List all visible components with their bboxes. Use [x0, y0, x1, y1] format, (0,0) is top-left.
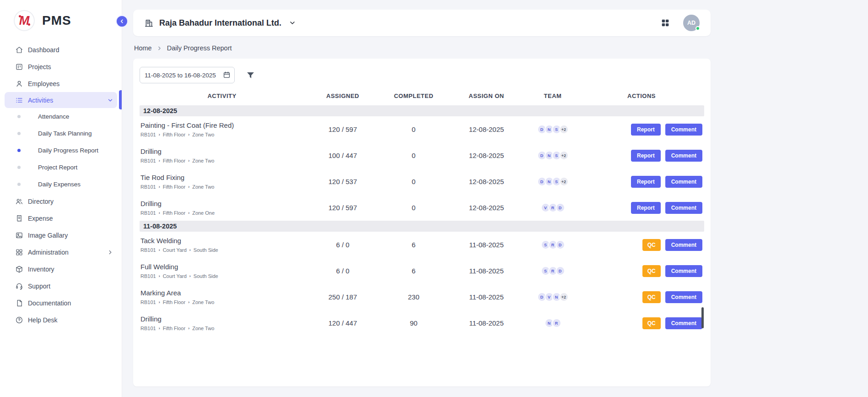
team-avatar[interactable]: +2 [559, 151, 569, 160]
sidebar-item-label: Support [28, 283, 50, 290]
comment-button[interactable]: Comment [665, 265, 702, 277]
comment-button[interactable]: Comment [665, 150, 702, 162]
row-actions: ReportComment [579, 202, 704, 214]
chevron-right-icon: › [189, 274, 191, 278]
activities-icon [15, 96, 23, 104]
sidebar-item-dashboard[interactable]: Dashboard [0, 41, 122, 58]
company-selector[interactable]: Raja Bahadur International Ltd. [144, 18, 296, 28]
date-range-picker[interactable] [140, 67, 235, 83]
sidebar-item-directory[interactable]: Directory [0, 193, 122, 210]
sidebar-item-label: Projects [28, 63, 51, 71]
report-button[interactable]: Report [631, 202, 661, 214]
sidebar-item-administration[interactable]: Administration [0, 244, 122, 261]
team-avatars: DNS+2 [527, 151, 579, 160]
date-range-input[interactable] [140, 67, 235, 83]
sidebar-subitem-label: Daily Progress Report [38, 147, 98, 154]
chevron-right-icon: › [159, 211, 160, 215]
completed-value: 0 [381, 204, 446, 212]
sidebar-item-activities[interactable]: Activities [5, 92, 117, 108]
sidebar-subitem-daily-expenses[interactable]: Daily Expenses [0, 176, 122, 193]
sidebar-item-help-desk[interactable]: Help Desk [0, 311, 122, 328]
scrollbar-thumb[interactable] [701, 307, 704, 328]
activity-title: Drilling [140, 147, 304, 155]
filter-row [140, 67, 704, 83]
table-body: 12-08-2025Painting - First Coat (Fire Re… [140, 105, 704, 336]
sidebar-collapse-button[interactable] [116, 15, 128, 27]
assign-on-value: 11-08-2025 [446, 241, 527, 249]
sidebar-item-image-gallary[interactable]: Image Gallary [0, 227, 122, 244]
sidebar-item-support[interactable]: Support [0, 277, 122, 294]
sidebar-item-inventory[interactable]: Inventory [0, 261, 122, 277]
chevron-right-icon: › [159, 132, 160, 137]
sidebar-item-label: Image Gallary [28, 232, 68, 239]
row-actions: ReportComment [579, 124, 704, 136]
qc-button[interactable]: QC [642, 317, 661, 329]
row-actions: QCComment [579, 239, 704, 251]
team-avatar[interactable]: D [555, 266, 565, 276]
table-row: Tack WeldingRB101›Court Yard›South Side6… [140, 232, 704, 258]
report-button[interactable]: Report [631, 176, 661, 188]
qc-button[interactable]: QC [642, 265, 661, 277]
qc-button[interactable]: QC [642, 291, 661, 303]
chevron-right-icon: › [159, 300, 160, 305]
table-header-row: ACTIVITY ASSIGNED COMPLETED ASSIGN ON TE… [140, 86, 704, 105]
activity-path: RB101›Fifth Floor›Zone Two [140, 299, 304, 305]
comment-button[interactable]: Comment [665, 176, 702, 188]
team-avatar[interactable]: D [555, 240, 565, 250]
col-header-assign-on: ASSIGN ON [446, 92, 527, 99]
activity-title: Drilling [140, 315, 304, 323]
sidebar-subitem-daily-task-planning[interactable]: Daily Task Planning [0, 125, 122, 142]
comment-button[interactable]: Comment [665, 317, 702, 329]
team-avatar[interactable]: +2 [559, 177, 569, 186]
activities-submenu: AttendanceDaily Task PlanningDaily Progr… [0, 108, 122, 193]
sidebar-subitem-label: Daily Task Planning [38, 130, 92, 137]
col-header-actions: ACTIONS [579, 92, 704, 99]
chevron-right-icon: › [188, 326, 189, 331]
breadcrumb-home[interactable]: Home [134, 44, 152, 52]
activity-title: Marking Area [140, 289, 304, 297]
comment-button[interactable]: Comment [665, 124, 702, 136]
sidebar-subitem-project-report[interactable]: Project Report [0, 159, 122, 176]
assign-on-value: 12-08-2025 [446, 125, 527, 133]
activity-path: RB101›Court Yard›South Side [140, 247, 304, 253]
sidebar-item-employees[interactable]: Employees [0, 75, 122, 92]
company-name: Raja Bahadur International Ltd. [159, 18, 281, 28]
team-avatar[interactable]: R [552, 318, 561, 328]
assigned-value: 250 / 187 [304, 293, 381, 301]
help-icon [15, 316, 23, 324]
table-row: DrillingRB101›Fifth Floor›Zone One120 / … [140, 195, 704, 221]
sidebar-item-expense[interactable]: Expense [0, 210, 122, 227]
team-avatars: DNS+2 [527, 125, 579, 134]
bullet-icon [17, 115, 21, 118]
completed-value: 230 [381, 293, 446, 301]
report-button[interactable]: Report [631, 150, 661, 162]
comment-button[interactable]: Comment [665, 239, 702, 251]
comment-button[interactable]: Comment [665, 202, 702, 214]
chevron-right-icon: › [159, 185, 160, 189]
sidebar-item-label: Help Desk [28, 316, 58, 324]
apps-grid-button[interactable] [660, 18, 670, 28]
qc-button[interactable]: QC [642, 239, 661, 251]
sidebar-item-projects[interactable]: Projects [0, 58, 122, 75]
filter-button[interactable] [246, 71, 255, 80]
team-avatars: DVN+2 [527, 292, 579, 302]
team-avatar[interactable]: D [555, 203, 565, 212]
sidebar-subitem-daily-progress-report[interactable]: Daily Progress Report [0, 142, 122, 159]
sidebar-subitem-attendance[interactable]: Attendance [0, 108, 122, 125]
sidebar-nav: DashboardProjectsEmployeesActivitiesAtte… [0, 39, 122, 328]
row-actions: QCComment [579, 265, 704, 277]
bullet-icon [17, 166, 21, 169]
comment-button[interactable]: Comment [665, 291, 702, 303]
chevron-right-icon: › [188, 185, 189, 189]
admin-icon [15, 248, 23, 256]
report-button[interactable]: Report [631, 124, 661, 136]
chevron-right-icon: › [159, 326, 160, 331]
user-avatar[interactable]: AD [683, 15, 700, 31]
inventory-icon [15, 265, 23, 273]
activity-path: RB101›Fifth Floor›Zone Two [140, 326, 304, 331]
table-row: Full WeldingRB101›Court Yard›South Side6… [140, 258, 704, 284]
team-avatar[interactable]: +2 [559, 125, 569, 134]
team-avatar[interactable]: +2 [559, 292, 569, 302]
sidebar-item-documentation[interactable]: Documentation [0, 294, 122, 311]
activity-path: RB101›Fifth Floor›Zone One [140, 210, 304, 216]
